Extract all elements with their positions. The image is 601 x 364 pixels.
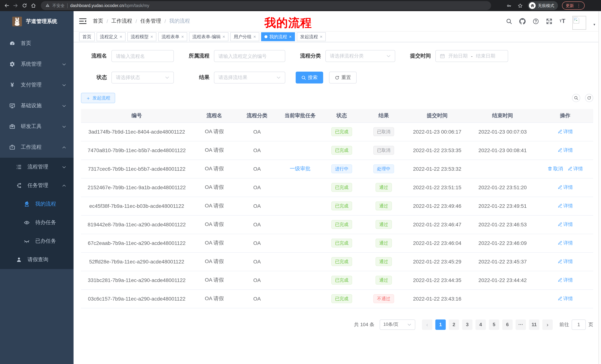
url-text[interactable]: dashboard.yudao.iocoder.cn/bpm/task/my [70, 3, 149, 8]
detail-link[interactable]: 详情 [557, 277, 573, 284]
process-name-input[interactable] [111, 50, 174, 62]
close-icon[interactable]: × [289, 35, 291, 39]
sidebar-item-label: 待办任务 [35, 219, 56, 226]
sidebar-item-todo-tasks[interactable]: 待办任务 [0, 213, 74, 232]
page-button-1[interactable]: 1 [435, 319, 446, 330]
toggle-search-button[interactable] [572, 94, 580, 102]
chevron-down-icon [276, 75, 281, 80]
page-button-2[interactable]: 2 [449, 319, 459, 330]
goto-page-input[interactable] [572, 319, 586, 330]
detail-link[interactable]: 详情 [557, 295, 573, 302]
close-icon[interactable]: × [320, 35, 322, 39]
detail-link[interactable]: 详情 [557, 147, 573, 153]
cell-status: 已完成 [322, 141, 361, 160]
page-button-11[interactable]: 11 [529, 319, 539, 330]
result-select[interactable]: 请选择流结果 [214, 72, 285, 84]
page-size-select[interactable]: 10条/页 [380, 319, 415, 330]
detail-link[interactable]: 详情 [557, 203, 573, 209]
process-definition-input[interactable] [214, 50, 285, 62]
create-process-button[interactable]: ＋ 发起流程 [81, 93, 115, 103]
scrollbar[interactable] [598, 11, 601, 364]
status-select[interactable]: 请选择状态 [111, 72, 174, 84]
tab-用户分组[interactable]: 用户分组× [230, 32, 259, 41]
caret-down-icon[interactable]: ▼ [593, 23, 596, 26]
pen-icon [557, 278, 562, 283]
submit-time-daterange[interactable]: 开始日期-结束日期 [435, 50, 508, 62]
detail-link[interactable]: 详情 [557, 221, 573, 228]
close-icon[interactable]: × [222, 35, 225, 39]
page-button-5[interactable]: 5 [489, 319, 499, 330]
detail-link[interactable]: 详情 [557, 240, 573, 246]
font-size-icon[interactable]: TT [559, 18, 566, 25]
cancel-link[interactable]: 取消 [547, 165, 563, 172]
sidebar-item-my-process[interactable]: 我的流程 [0, 195, 74, 213]
breadcrumb-item[interactable]: 首页 [93, 18, 103, 25]
sidebar-item-done-tasks[interactable]: 已办任务 [0, 232, 74, 250]
sidebar-item-workflow[interactable]: 工作流程 [0, 137, 74, 158]
incognito-label: 无痕模式 [538, 3, 554, 8]
sidebar-item-task-mgmt[interactable]: 任务管理 [0, 176, 74, 195]
sidebar-item-leave-query[interactable]: 请假查询 [0, 250, 74, 269]
sidebar-item-process-mgmt[interactable]: 流程管理 [0, 158, 74, 176]
reload-icon[interactable] [21, 2, 28, 9]
detail-link[interactable]: 详情 [567, 165, 583, 172]
security-label[interactable]: 不安全 [52, 3, 65, 8]
close-icon[interactable]: × [120, 35, 122, 39]
table-row: 3ad174fb-7b9d-11ec-8404-acde48001122OA 请… [81, 123, 593, 141]
help-icon[interactable] [532, 18, 539, 25]
detail-link[interactable]: 详情 [557, 128, 573, 135]
github-icon[interactable] [519, 18, 526, 25]
robot-icon [24, 201, 30, 207]
address-bar[interactable]: 不安全 dashboard.yudao.iocoder.cn/bpm/task/… [41, 1, 491, 10]
detail-link[interactable]: 详情 [557, 258, 573, 265]
browser-update-button[interactable]: 更新 ⋮ [562, 1, 585, 10]
sidebar-item-system[interactable]: 系统管理 [0, 54, 74, 75]
search-icon[interactable] [506, 18, 512, 25]
tab-流程表单-编辑[interactable]: 流程表单-编辑× [189, 32, 229, 41]
back-icon[interactable] [3, 2, 10, 9]
column-header: 操作 [537, 109, 593, 123]
close-icon[interactable]: × [181, 35, 184, 39]
home-icon[interactable] [30, 2, 37, 9]
tab-流程模型[interactable]: 流程模型× [127, 32, 156, 41]
star-icon[interactable] [517, 2, 524, 9]
page-button-4[interactable]: 4 [475, 319, 486, 330]
reset-button[interactable]: 重置 [329, 72, 357, 84]
page-button-6[interactable]: 6 [502, 319, 513, 330]
tab-流程表单[interactable]: 流程表单× [158, 32, 187, 41]
avatar[interactable] [572, 16, 586, 29]
sidebar-item-dev-tools[interactable]: 研发工具 [0, 116, 74, 137]
update-label[interactable]: 更新 [566, 3, 574, 8]
more-pages-button[interactable]: ··· [516, 319, 526, 330]
next-page-button[interactable]: › [542, 319, 553, 330]
current-task-link[interactable]: 一级审批 [290, 165, 311, 172]
menu-dots-icon[interactable]: ⋮ [576, 3, 581, 8]
fullscreen-icon[interactable] [546, 18, 552, 25]
close-icon[interactable]: × [253, 35, 256, 39]
page-button-3[interactable]: 3 [462, 319, 472, 330]
breadcrumb: 首页/工作流程/任务管理/我的流程 [93, 18, 190, 25]
filter-label: 流程名 [86, 53, 107, 59]
breadcrumb-item[interactable]: 工作流程 [111, 18, 132, 25]
search-button[interactable]: 搜索 [296, 72, 323, 84]
cell-current-task [278, 123, 322, 141]
close-icon[interactable]: × [150, 35, 153, 39]
app-logo[interactable]: 芋道管理系统 [0, 11, 74, 31]
refresh-button[interactable] [585, 94, 593, 102]
key-icon[interactable] [506, 2, 513, 9]
tab-流程定义[interactable]: 流程定义× [97, 32, 126, 41]
tab-首页[interactable]: 首页 [79, 32, 95, 41]
breadcrumb-item[interactable]: 任务管理 [140, 18, 161, 25]
detail-link[interactable]: 详情 [557, 184, 573, 191]
tab-我的流程[interactable]: 我的流程× [261, 32, 295, 41]
tab-发起流程[interactable]: 发起流程× [297, 32, 326, 41]
process-category-select[interactable]: 请选择流程分类 [325, 50, 395, 62]
sidebar-item-payment[interactable]: ¥支付管理 [0, 75, 74, 95]
sidebar-item-home[interactable]: 首页 [0, 33, 74, 54]
hamburger-icon[interactable] [79, 18, 87, 25]
cell-category: OA [236, 141, 278, 160]
main-area: 首页/工作流程/任务管理/我的流程 TT ▼ 首页流程定义×流程模型×流程表单×… [74, 11, 601, 364]
prev-page-button[interactable]: ‹ [422, 319, 432, 330]
sidebar-item-infrastructure[interactable]: 基础设施 [0, 95, 74, 116]
forward-icon[interactable] [12, 2, 19, 9]
